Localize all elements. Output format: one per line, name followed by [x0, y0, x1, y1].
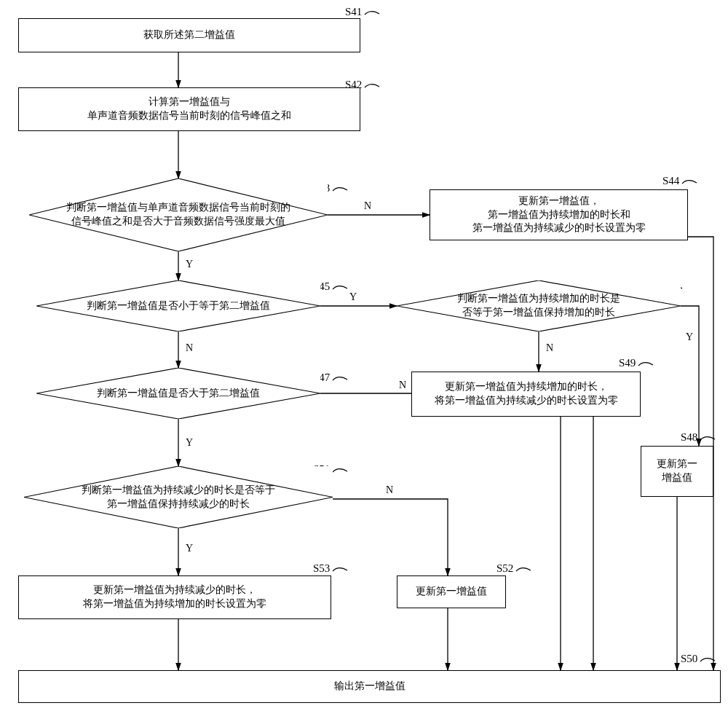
decision-s47-text: 判断第一增益值是否大于第二增益值: [36, 368, 320, 419]
edge-s45-n: N: [186, 342, 193, 354]
decision-s47: 判断第一增益值是否大于第二增益值: [36, 368, 320, 419]
process-s52-text: 更新第一增益值: [416, 585, 487, 599]
process-s49: 更新第一增益值为持续增加的时长， 将第一增益值为持续减少的时长设置为零: [411, 372, 641, 417]
flowchart-canvas: S41 S42 S43 S44 S45 S46 S47 S49 S48 S51 …: [0, 0, 728, 719]
decision-s51-text: 判断第一增益值为持续减少的时长是否等于 第一增益值保持持续减少的时长: [24, 466, 333, 528]
process-s48: 更新第一 增益值: [641, 446, 713, 497]
process-s42: 计算第一增益值与 单声道音频数据信号当前时刻的信号峰值之和: [18, 87, 360, 131]
decision-s51: 判断第一增益值为持续减少的时长是否等于 第一增益值保持持续减少的时长: [24, 466, 333, 528]
process-s52: 更新第一增益值: [397, 575, 506, 608]
process-s42-text: 计算第一增益值与 单声道音频数据信号当前时刻的信号峰值之和: [87, 95, 291, 123]
decision-s46: 判断第一增益值为持续增加的时长是 否等于第一增益值保持增加的时长: [397, 280, 681, 331]
process-s48-text: 更新第一 增益值: [657, 457, 697, 485]
edge-s45-y: Y: [349, 291, 357, 303]
edge-s51-n: N: [386, 484, 393, 496]
decision-s45: 判断第一增益值是否小于等于第二增益值: [36, 280, 320, 331]
edge-s43-y: Y: [186, 259, 193, 270]
decision-s43: 判断第一增益值与单声道音频数据信号当前时刻的 信号峰值之和是否大于音频数据信号强…: [29, 178, 328, 251]
process-s53-text: 更新第一增益值为持续减少的时长， 将第一增益值为持续增加的时长设置为零: [83, 584, 266, 611]
process-s49-text: 更新第一增益值为持续增加的时长， 将第一增益值为持续减少的时长设置为零: [435, 380, 618, 408]
process-s44: 更新第一增益值， 第一增益值为持续增加的时长和 第一增益值为持续减少的时长设置为…: [430, 189, 688, 240]
decision-s43-text: 判断第一增益值与单声道音频数据信号当前时刻的 信号峰值之和是否大于音频数据信号强…: [29, 178, 328, 251]
decision-s46-text: 判断第一增益值为持续增加的时长是 否等于第一增益值保持增加的时长: [397, 280, 681, 331]
process-s41: 获取所述第二增益值: [18, 18, 360, 52]
edge-s46-n: N: [546, 342, 553, 354]
edge-s43-n: N: [364, 200, 371, 212]
process-s50-text: 输出第一增益值: [334, 680, 405, 694]
edge-s47-y: Y: [186, 437, 193, 449]
edge-s51-y: Y: [186, 543, 193, 554]
process-s44-text: 更新第一增益值， 第一增益值为持续增加的时长和 第一增益值为持续减少的时长设置为…: [472, 195, 646, 236]
edge-s46-y: Y: [686, 331, 693, 343]
process-s41-text: 获取所述第二增益值: [143, 28, 235, 42]
process-s50: 输出第一增益值: [18, 670, 721, 703]
edge-s47-n: N: [399, 380, 406, 391]
decision-s45-text: 判断第一增益值是否小于等于第二增益值: [36, 280, 320, 331]
process-s53: 更新第一增益值为持续减少的时长， 将第一增益值为持续增加的时长设置为零: [18, 575, 331, 619]
